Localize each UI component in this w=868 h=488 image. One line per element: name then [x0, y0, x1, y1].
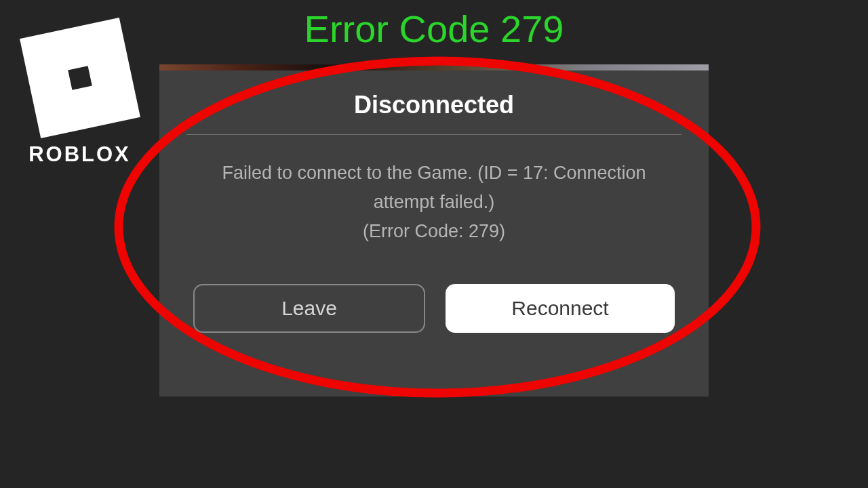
dialog-title: Disconnected — [186, 91, 682, 119]
gradient-bar — [159, 64, 709, 70]
dialog-panel: Disconnected Failed to connect to the Ga… — [159, 70, 709, 396]
divider — [186, 134, 682, 135]
error-dialog: Disconnected Failed to connect to the Ga… — [159, 64, 709, 396]
message-line-1: Failed to connect to the Game. (ID = 17:… — [222, 163, 646, 183]
button-row: Leave Reconnect — [186, 284, 682, 333]
message-line-3: (Error Code: 279) — [363, 221, 505, 241]
roblox-square-icon — [20, 18, 140, 138]
dialog-message: Failed to connect to the Game. (ID = 17:… — [186, 159, 682, 247]
roblox-logo-text: ROBLOX — [14, 142, 146, 167]
message-line-2: attempt failed.) — [374, 192, 495, 212]
page-title: Error Code 279 — [304, 7, 564, 51]
roblox-logo: ROBLOX — [14, 14, 146, 167]
leave-button[interactable]: Leave — [193, 284, 425, 333]
reconnect-button[interactable]: Reconnect — [446, 284, 675, 333]
